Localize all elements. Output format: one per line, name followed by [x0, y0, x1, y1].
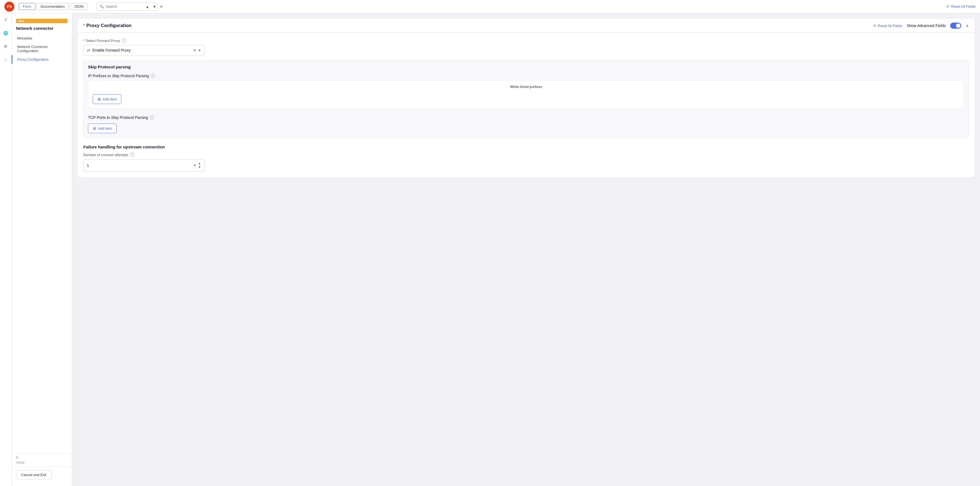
tcp-ports-label: TCP Ports to Skip Protocol Parsing ?	[88, 115, 964, 120]
ip-prefixes-label: IP Prefixes to Skip Protocol Parsing ?	[88, 74, 964, 78]
search-container: 🔍 ▲ ▼ ✕	[97, 3, 157, 11]
add-tcp-port-icon: ⊕	[93, 126, 96, 131]
skip-protocol-title: Skip Protocol parsing	[88, 65, 964, 69]
failure-handling-title: Failure handling for upstream connection	[83, 145, 969, 149]
tab-form[interactable]: Form	[19, 3, 35, 10]
nav-panel: New Network connector Metadata Network C…	[11, 13, 72, 486]
show-advanced-toggle[interactable]	[950, 22, 961, 29]
connect-attempts-label: Number of connect attempts ?	[83, 153, 969, 157]
add-ip-prefix-icon: ⊕	[97, 97, 101, 102]
tcp-ports-help-icon[interactable]: ?	[150, 115, 154, 120]
search-nav: ▲ ▼ ✕	[144, 4, 164, 10]
show-advanced-label: Show Advanced Fields	[907, 24, 946, 28]
f5-logo: F5	[5, 2, 14, 11]
select-expand-button[interactable]: ▾	[198, 48, 201, 53]
settings-icon-btn[interactable]: :::	[2, 55, 10, 64]
select-forward-proxy-value: Enable Forward Proxy	[92, 48, 190, 53]
sidebar-notifications: N	[16, 456, 68, 459]
search-icon: 🔍	[100, 5, 104, 8]
reset-fields-button[interactable]: ↺ Reset All Fields	[873, 24, 902, 28]
tab-group: Form Documentation JSON	[19, 3, 88, 10]
select-forward-proxy-field[interactable]: ⇄ Enable Forward Proxy ✕ ▾	[83, 45, 205, 56]
section-actions: ↺ Reset All Fields Show Advanced Fields …	[873, 22, 969, 29]
proxy-config-card: * Proxy Configuration ↺ Reset All Fields…	[78, 19, 974, 177]
add-ip-prefix-button[interactable]: ⊕ Add item	[93, 94, 121, 104]
tab-json[interactable]: JSON	[70, 3, 88, 10]
connect-attempts-increment[interactable]: ▲	[198, 162, 201, 165]
reset-all-fields-header[interactable]: ↺ Reset All Fields	[946, 5, 975, 8]
white-listed-prefixes-card: White listed prefixes ⊕ Add item	[88, 80, 964, 109]
collapse-section-button[interactable]: ∧	[966, 23, 969, 29]
cancel-exit-button[interactable]: Cancel and Exit	[16, 470, 52, 480]
connect-attempts-decrement[interactable]: ▼	[198, 166, 201, 169]
select-proxy-help-icon[interactable]: ?	[122, 38, 126, 43]
icon-column: ⠿ 🌐 ⚙ :::	[0, 13, 11, 486]
sidebar-item-network-connector-config[interactable]: Network Connector Configuration	[11, 43, 72, 55]
search-close-button[interactable]: ✕	[159, 4, 164, 10]
reset-icon: ↺	[946, 5, 949, 8]
top-bar: F5 Form Documentation JSON 🔍 ▲ ▼ ✕ ↺ Res…	[0, 0, 980, 13]
sidebar-advanced: Advar	[16, 461, 68, 464]
select-proxy-label: * Select Forward Proxy ?	[83, 38, 969, 43]
connect-attempts-help-icon[interactable]: ?	[130, 153, 134, 157]
white-listed-label: White listed prefixes	[93, 85, 959, 89]
connect-attempts-clear-button[interactable]: ✕	[193, 163, 196, 167]
tcp-ports-section: TCP Ports to Skip Protocol Parsing ? ⊕ A…	[88, 115, 964, 133]
search-prev-button[interactable]: ▲	[144, 4, 150, 10]
proxy-config-title: * Proxy Configuration	[83, 23, 132, 29]
connect-attempts-value: 1	[87, 163, 193, 168]
connect-attempts-stepper: ▲ ▼	[198, 162, 201, 169]
globe-icon-btn[interactable]: 🌐	[2, 29, 10, 38]
skip-protocol-card: Skip Protocol parsing IP Prefixes to Ski…	[83, 60, 969, 138]
reset-link-icon: ↺	[873, 24, 876, 28]
failure-handling-section: Failure handling for upstream connection…	[83, 145, 969, 172]
main-layout: ⠿ 🌐 ⚙ ::: New Network connector Metadata…	[0, 13, 980, 486]
connect-attempts-field[interactable]: 1 ✕ ▲ ▼	[83, 159, 205, 172]
ip-prefixes-section: IP Prefixes to Skip Protocol Parsing ? W…	[88, 74, 964, 109]
network-icon: ⇄	[87, 48, 90, 53]
main-content: * Proxy Configuration ↺ Reset All Fields…	[72, 13, 980, 486]
tool-icon-btn[interactable]: ⚙	[2, 42, 10, 51]
ip-prefixes-help-icon[interactable]: ?	[151, 74, 155, 78]
proxy-config-body: * Select Forward Proxy ? ⇄ Enable Forwar…	[78, 33, 974, 177]
sidebar-title: Network connector	[11, 24, 72, 34]
tab-documentation[interactable]: Documentation	[37, 3, 69, 10]
search-input[interactable]	[106, 5, 142, 8]
select-clear-button[interactable]: ✕	[192, 48, 197, 53]
sidebar-footer: Cancel and Exit	[11, 467, 72, 483]
proxy-config-header: * Proxy Configuration ↺ Reset All Fields…	[78, 19, 974, 33]
sidebar-item-proxy-config[interactable]: Proxy Configuration	[11, 55, 72, 64]
grid-icon-btn[interactable]: ⠿	[2, 16, 10, 24]
new-badge: New	[16, 19, 68, 23]
select-controls: ✕ ▾	[192, 48, 201, 53]
add-tcp-port-button[interactable]: ⊕ Add item	[88, 124, 117, 133]
sidebar-bottom-label: N Advar	[11, 453, 72, 467]
search-next-button[interactable]: ▼	[151, 4, 158, 10]
sidebar-item-metadata[interactable]: Metadata	[11, 34, 72, 43]
